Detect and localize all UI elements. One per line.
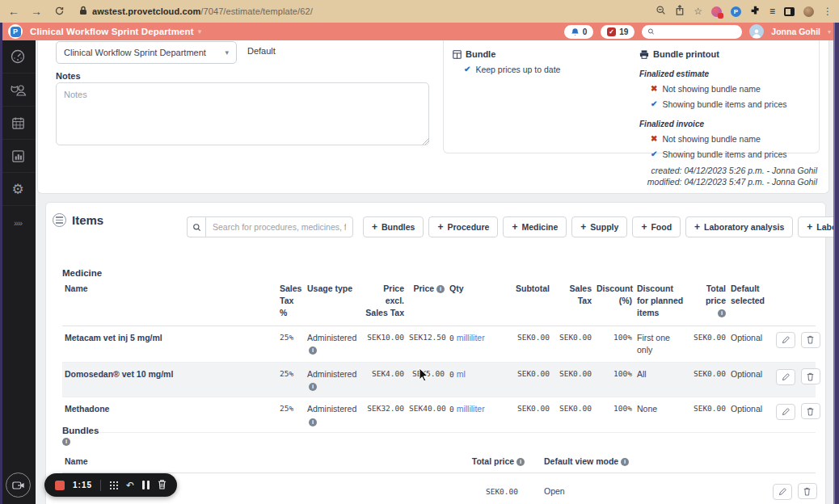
add-procedure-button[interactable]: +Procedure <box>428 216 498 237</box>
item-search-button[interactable] <box>187 216 205 237</box>
medicine-name: Domosedan® vet 10 mg/ml <box>62 363 277 397</box>
add-supply-button[interactable]: +Supply <box>571 216 627 237</box>
browser-menu-icon[interactable]: ⋮ <box>823 6 833 16</box>
col-discount-planned: Discount for planned items <box>635 281 688 326</box>
address-bar[interactable]: awstest.provetcloud.com/7047/estimate/te… <box>79 4 532 19</box>
user-menu-caret-icon[interactable]: ▾ <box>828 28 831 36</box>
sidebar-expand[interactable]: »» <box>0 206 36 239</box>
discount-pct: 100% <box>594 397 635 432</box>
trash-icon <box>807 335 814 344</box>
item-search-input[interactable] <box>205 216 353 237</box>
add-bundles-button[interactable]: +Bundles <box>363 216 424 237</box>
info-icon[interactable]: i <box>309 346 317 355</box>
chevron-down-icon: ▾ <box>225 48 229 57</box>
check-icon: ✔ <box>464 65 470 74</box>
delete-button[interactable] <box>798 483 817 499</box>
url-path: /7047/estimate/template/62/ <box>200 6 312 16</box>
unit-link[interactable]: milliliter <box>457 404 485 414</box>
medicine-row[interactable]: Metacam vet inj 5 mg/ml 25% Administered… <box>62 326 816 362</box>
medicine-row[interactable]: Methadone 25% Administeredi SEK32.00 SEK… <box>62 397 816 432</box>
mouse-cursor <box>419 368 429 385</box>
price: SEK40.00 <box>407 397 447 432</box>
discount-planned: All <box>635 363 688 397</box>
forward-icon[interactable]: → <box>29 6 44 17</box>
extension-puzzle-icon[interactable] <box>750 4 761 19</box>
col-bundle-name: Name <box>62 453 420 473</box>
tasks-pill[interactable]: ✓ 19 <box>601 25 635 39</box>
share-icon[interactable] <box>675 4 685 19</box>
reading-list-icon[interactable]: ≡ <box>769 6 775 17</box>
user-avatar[interactable] <box>749 24 764 39</box>
items-section-title: Items <box>72 213 103 227</box>
side-panel-icon[interactable] <box>784 7 795 16</box>
delete-button[interactable] <box>801 403 820 419</box>
department-caret-icon[interactable]: ▾ <box>198 27 202 36</box>
global-search-input[interactable] <box>658 27 736 36</box>
edit-button[interactable] <box>773 484 792 500</box>
plus-icon: + <box>512 221 517 233</box>
restart-icon[interactable]: ↶ <box>126 481 134 490</box>
notifications-pill[interactable]: 0 <box>564 25 594 39</box>
department-select[interactable]: Clinical Workflow Sprint Department ▾ <box>56 41 237 64</box>
screen: ← → awstest.provetcloud.com/7047/estimat… <box>0 0 839 504</box>
col-name: Name <box>62 281 277 326</box>
total-price: SEK0.00 <box>688 397 728 432</box>
info-icon[interactable]: i <box>621 458 629 466</box>
department-title[interactable]: Clinical Workflow Sprint Department <box>30 27 194 36</box>
provet-logo-icon[interactable]: P <box>8 24 23 39</box>
stop-recording-button[interactable] <box>55 481 65 490</box>
bundle-view-mode: Open <box>533 473 767 504</box>
dashboard-gauge-icon <box>10 48 26 65</box>
screen-record-camera-button[interactable] <box>6 472 31 498</box>
video-camera-icon <box>12 481 25 490</box>
reload-icon[interactable] <box>52 6 66 18</box>
edit-button[interactable] <box>776 369 795 385</box>
bookmark-star-icon[interactable]: ☆ <box>694 6 702 16</box>
delete-button[interactable] <box>801 332 820 348</box>
sidebar-item-dashboard[interactable] <box>0 40 36 74</box>
medicine-row[interactable]: Domosedan® vet 10 mg/ml 25% Administered… <box>62 363 816 397</box>
unit-link[interactable]: milliliter <box>457 333 485 342</box>
sidebar-item-reports[interactable] <box>0 140 36 173</box>
sidebar-item-calendar[interactable] <box>0 107 36 140</box>
add-medicine-button[interactable]: +Medicine <box>503 216 567 237</box>
zoom-out-icon[interactable] <box>656 4 666 19</box>
pause-button[interactable] <box>142 481 150 489</box>
edit-button[interactable] <box>776 332 795 348</box>
info-icon[interactable]: i <box>309 383 317 391</box>
finalized-invoice-title: Finalized invoice <box>639 120 786 128</box>
add-food-button[interactable]: +Food <box>632 216 681 237</box>
recording-time: 1:15 <box>73 481 92 489</box>
info-icon[interactable]: i <box>309 418 317 426</box>
info-icon[interactable]: i <box>436 285 445 293</box>
info-icon[interactable]: i <box>718 309 726 317</box>
back-icon[interactable]: ← <box>6 6 21 17</box>
info-icon[interactable]: i <box>62 438 70 446</box>
info-icon[interactable]: i <box>516 458 525 466</box>
extension-provet-icon[interactable]: P <box>731 6 741 17</box>
browser-chrome: ← → awstest.provetcloud.com/7047/estimat… <box>0 0 839 23</box>
plus-icon: + <box>580 221 586 233</box>
edit-button[interactable] <box>776 404 795 420</box>
textarea-resize-handle[interactable] <box>423 138 429 145</box>
sidebar-item-settings[interactable]: ⚙ <box>0 173 36 206</box>
recording-border-left <box>0 23 2 504</box>
check-icon: ✔ <box>651 99 657 108</box>
printout-setting-row: ✔ Showing bundle items and prices <box>651 149 786 159</box>
add-laboratory-analysis-button[interactable]: +Laboratory analysis <box>685 216 793 237</box>
trash-icon <box>803 487 811 496</box>
notes-textarea[interactable] <box>56 82 429 145</box>
drag-handle-icon[interactable] <box>109 481 118 489</box>
usage-type: Administeredi <box>305 397 363 432</box>
usage-type: Administeredi <box>305 363 363 397</box>
global-search[interactable] <box>642 25 742 39</box>
extension-sparkle-icon[interactable] <box>711 6 722 17</box>
pencil-icon <box>782 373 790 381</box>
user-name[interactable]: Jonna Gohil <box>771 27 820 36</box>
delete-button[interactable] <box>801 368 820 384</box>
subtotal: SEK0.00 <box>512 397 552 432</box>
unit-link[interactable]: ml <box>457 369 466 379</box>
discard-recording-button[interactable] <box>158 478 167 493</box>
sidebar-item-clients-patients[interactable] <box>0 74 36 107</box>
browser-profile-avatar[interactable] <box>803 6 814 17</box>
